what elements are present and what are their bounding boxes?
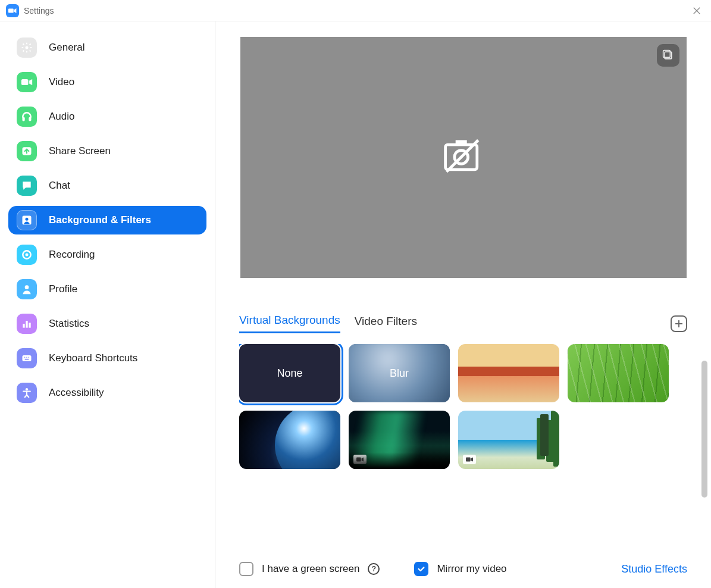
background-tile-image[interactable] xyxy=(568,344,669,402)
sidebar-item-audio[interactable]: Audio xyxy=(8,102,206,131)
svg-rect-12 xyxy=(26,321,27,328)
video-badge-icon xyxy=(463,455,476,464)
background-icon xyxy=(17,210,37,230)
sidebar-item-label: General xyxy=(49,42,84,54)
window-title: Settings xyxy=(24,6,54,15)
video-badge-icon xyxy=(353,455,367,464)
green-screen-label: I have a green screen xyxy=(262,563,359,575)
svg-point-19 xyxy=(26,388,28,390)
video-camera-icon xyxy=(17,72,37,92)
sidebar-item-accessibility[interactable]: Accessibility xyxy=(8,379,206,407)
background-tile-image[interactable] xyxy=(458,344,559,402)
sidebar-item-label: Chat xyxy=(49,180,70,192)
background-tile-none[interactable]: None xyxy=(239,344,340,402)
camera-off-icon xyxy=(441,136,486,179)
main-content: Virtual Backgrounds Video Filters None B… xyxy=(215,21,711,588)
sidebar-item-label: Background & Filters xyxy=(49,214,151,226)
mirror-video-label: Mirror my video xyxy=(437,563,506,575)
svg-point-1 xyxy=(26,46,29,49)
chat-bubble-icon xyxy=(17,176,37,196)
tabs-row: Virtual Backgrounds Video Filters xyxy=(239,314,687,333)
sidebar-item-general[interactable]: General xyxy=(8,33,206,62)
svg-rect-13 xyxy=(29,323,30,327)
video-preview xyxy=(240,37,687,278)
sidebar-item-label: Keyboard Shortcuts xyxy=(49,352,137,364)
svg-rect-3 xyxy=(23,117,25,121)
sidebar-item-label: Audio xyxy=(49,111,74,123)
background-tile-video[interactable] xyxy=(349,411,450,469)
svg-point-17 xyxy=(29,357,30,358)
svg-rect-0 xyxy=(8,8,14,12)
bar-chart-icon xyxy=(17,314,37,334)
background-tile-image[interactable] xyxy=(239,411,340,469)
sidebar: General Video Audio Share Screen Chat xyxy=(0,21,215,588)
person-icon xyxy=(17,279,37,299)
help-icon[interactable]: ? xyxy=(368,563,380,575)
tab-virtual-backgrounds[interactable]: Virtual Backgrounds xyxy=(239,314,340,333)
add-background-button[interactable] xyxy=(671,315,687,332)
svg-rect-4 xyxy=(29,117,31,121)
app-icon xyxy=(6,4,19,17)
svg-point-7 xyxy=(26,218,29,221)
svg-point-15 xyxy=(24,357,26,358)
tab-video-filters[interactable]: Video Filters xyxy=(355,315,417,333)
svg-point-16 xyxy=(26,357,27,358)
svg-rect-22 xyxy=(455,140,466,145)
sidebar-item-recording[interactable]: Recording xyxy=(8,240,206,269)
sidebar-item-statistics[interactable]: Statistics xyxy=(8,309,206,338)
background-tile-blur[interactable]: Blur xyxy=(349,344,450,402)
scrollbar-thumb[interactable] xyxy=(701,361,707,498)
green-screen-checkbox[interactable] xyxy=(239,562,253,576)
tile-label: Blur xyxy=(390,367,409,380)
svg-rect-14 xyxy=(23,355,32,361)
svg-rect-11 xyxy=(23,324,24,328)
svg-rect-27 xyxy=(466,458,471,462)
sidebar-item-label: Share Screen xyxy=(49,145,111,157)
keyboard-icon xyxy=(17,348,37,368)
sidebar-item-chat[interactable]: Chat xyxy=(8,171,206,200)
rotate-camera-button[interactable] xyxy=(657,44,679,67)
sidebar-item-label: Statistics xyxy=(49,318,89,330)
sidebar-item-profile[interactable]: Profile xyxy=(8,275,206,304)
svg-rect-26 xyxy=(356,458,361,462)
options-row: I have a green screen ? Mirror my video … xyxy=(239,550,687,576)
sidebar-item-label: Accessibility xyxy=(49,387,104,399)
share-screen-icon xyxy=(17,141,37,161)
gear-icon xyxy=(17,37,37,58)
svg-rect-18 xyxy=(25,359,29,360)
studio-effects-link[interactable]: Studio Effects xyxy=(621,563,687,576)
sidebar-item-video[interactable]: Video xyxy=(8,68,206,96)
background-tile-video[interactable] xyxy=(458,411,559,469)
svg-point-9 xyxy=(26,254,29,257)
sidebar-item-share-screen[interactable]: Share Screen xyxy=(8,137,206,165)
svg-rect-2 xyxy=(21,79,29,85)
sidebar-item-label: Recording xyxy=(49,249,95,261)
sidebar-item-label: Video xyxy=(49,76,74,88)
close-button[interactable] xyxy=(688,2,705,19)
title-bar: Settings xyxy=(0,0,711,21)
sidebar-item-background-filters[interactable]: Background & Filters xyxy=(8,206,206,234)
svg-point-10 xyxy=(25,285,29,289)
accessibility-icon xyxy=(17,383,37,403)
mirror-video-checkbox[interactable] xyxy=(414,562,428,576)
sidebar-item-label: Profile xyxy=(49,283,77,295)
tile-label: None xyxy=(277,367,302,380)
record-icon xyxy=(17,245,37,265)
sidebar-item-keyboard-shortcuts[interactable]: Keyboard Shortcuts xyxy=(8,344,206,373)
headphones-icon xyxy=(17,107,37,127)
background-grid: None Blur xyxy=(239,344,687,469)
